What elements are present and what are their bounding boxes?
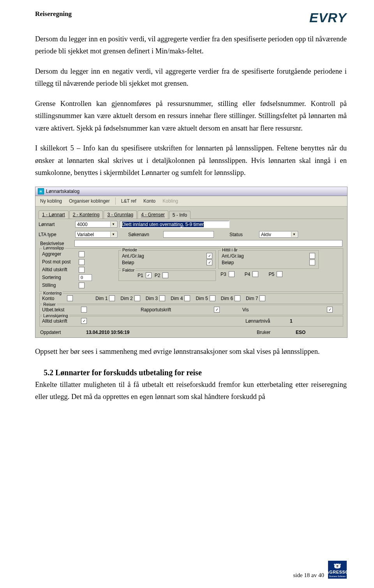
grp-faktor: Faktor P1 P2 [118, 270, 216, 281]
agresso-logo: 🐻‍❄️ AGRESSO Business Software [328, 561, 347, 579]
p4-checkbox[interactable] [252, 271, 258, 277]
doc-header: Reiseregning [35, 10, 72, 18]
grp-lonnsslipp-legend: Lønnsslipp [42, 245, 65, 250]
lta-value: Variabel [77, 232, 94, 237]
lonnart-desc[interactable]: Diett innland uten overnatting, 5-9 time… [120, 221, 229, 228]
sortering-label: Sortering [42, 275, 79, 280]
chevron-down-icon: ▼ [110, 232, 116, 237]
aggreger-checkbox[interactable] [79, 251, 85, 257]
p3-label: P3 [221, 272, 226, 277]
lonnart-desc-text: Diett innland uten overnatting, 5-9 time… [122, 222, 204, 227]
hittil-ant-label: Ant./Gr.lag [222, 253, 253, 259]
periode-belop-checkbox[interactable] [206, 260, 212, 265]
dim6-checkbox[interactable] [235, 295, 240, 301]
tab-kontering[interactable]: 2 - Kontering [69, 210, 103, 219]
dim2-label: Dim 2 [120, 296, 132, 301]
bear-icon: 🐻‍❄️ [333, 562, 341, 570]
dim1-checkbox[interactable] [109, 295, 115, 301]
lonnart-label: Lønnart [39, 222, 73, 227]
grp-hittil: Hittil i år Ant./Gr.lag Beløp [218, 250, 319, 269]
dim3-checkbox[interactable] [159, 295, 165, 301]
utbet-checkbox[interactable] [81, 307, 87, 313]
paragraph-6: Enkelte tillatter muligheten til å få ut… [35, 379, 347, 403]
periode-ant-label: Ant./Gr.lag [122, 253, 153, 259]
chevron-down-icon: ▼ [110, 222, 116, 227]
hittil-belop-checkbox[interactable] [309, 260, 315, 265]
utbet-label: Utbet.tekst [42, 307, 76, 313]
konto-checkbox[interactable] [67, 295, 73, 301]
status-select[interactable]: Aktiv ▼ [259, 231, 298, 238]
p5-checkbox[interactable] [277, 271, 282, 277]
dim7-checkbox[interactable] [259, 295, 265, 301]
alltid-checkbox[interactable] [79, 267, 85, 273]
stilling-label: Stilling [42, 283, 79, 288]
agresso-logo-text: AGRESSO [326, 570, 349, 574]
lk-alltid-label: Alltid utskrift [42, 318, 76, 324]
dim5-label: Dim 5 [196, 296, 208, 301]
hittil-belop-label: Beløp [222, 260, 253, 265]
stilling-checkbox[interactable] [79, 283, 85, 288]
grp-faktor-legend: Faktor [121, 268, 136, 272]
app-icon: R [38, 188, 44, 194]
tb-ltref[interactable]: L&T ref [118, 197, 139, 205]
tb-nykobling[interactable]: Ny kobling [37, 197, 65, 205]
lonnartniva-label: Lønnartnivå [245, 318, 284, 324]
lonnart-select[interactable]: 4000 ▼ [75, 221, 117, 228]
p2-label: P2 [155, 273, 161, 278]
grp-reiser-legend: Reiser [42, 302, 57, 307]
sortering-input[interactable] [79, 274, 92, 281]
tab-grenser[interactable]: 4 - Grenser [138, 210, 168, 219]
p3-checkbox[interactable] [229, 271, 235, 277]
sokenavn-input[interactable] [163, 231, 214, 238]
p1-checkbox[interactable] [146, 272, 152, 278]
dim6-label: Dim 6 [221, 296, 233, 301]
tab-grunnlag[interactable]: 3 - Grunnlag [104, 210, 137, 219]
agresso-logo-sub: Business Software [329, 575, 345, 577]
grp-kontering-legend: Kontering [42, 291, 63, 295]
periode-belop-label: Beløp [122, 260, 153, 265]
grp-lonnsslipp: Lønnsslipp Aggreger Post mot post Alltid… [39, 248, 343, 292]
status-value: Aktiv [261, 232, 271, 237]
dim2-checkbox[interactable] [134, 295, 140, 301]
periode-ant-checkbox[interactable] [206, 253, 212, 259]
lk-alltid-checkbox[interactable] [81, 318, 87, 324]
grp-periode: Periode Ant./Gr.lag Beløp [118, 250, 216, 269]
app-window: R Lønnartskatalog Ny kobling Organiser k… [35, 187, 348, 338]
tb-kobling: Kobling [159, 197, 181, 205]
hittil-ant-checkbox[interactable] [309, 253, 315, 259]
tab-info[interactable]: 5 - Info [169, 211, 191, 219]
grp-periode-legend: Periode [121, 247, 138, 252]
tb-organiser[interactable]: Organiser koblinger [66, 197, 113, 205]
status-label: Status [229, 232, 243, 237]
dim4-label: Dim 4 [171, 296, 183, 301]
postmotpost-label: Post mot post [42, 259, 79, 265]
beskrivelse-input[interactable] [74, 240, 342, 247]
dim3-label: Dim 3 [146, 296, 158, 301]
postmotpost-checkbox[interactable] [79, 259, 85, 265]
vis-label: Vis [242, 307, 249, 313]
paragraph-3: Grense Kontrollen kan gjennomføres på re… [35, 98, 347, 134]
tab-lonnart[interactable]: 1 - Lønnart [39, 210, 69, 219]
konto-label: Konto [42, 296, 62, 301]
alltid-label: Alltid utskrift [42, 267, 79, 272]
rapportutskrift-checkbox[interactable] [214, 307, 220, 313]
dim4-checkbox[interactable] [184, 295, 190, 301]
titlebar: R Lønnartskatalog [35, 187, 347, 196]
p1-label: P1 [138, 273, 143, 278]
dim5-checkbox[interactable] [210, 295, 215, 301]
toolbar-sep [115, 198, 116, 205]
lonnart-value: 4000 [77, 222, 88, 227]
toolbar: Ny kobling Organiser koblinger L&T ref K… [35, 196, 347, 207]
lta-select[interactable]: Variabel ▼ [75, 231, 117, 238]
oppdatert-label: Oppdatert [40, 330, 74, 335]
grp-lonnskjoring: Lønnskjøring Alltid utskrift Lønnartnivå… [39, 316, 343, 327]
grp-hittil-legend: Hittil i år [221, 247, 239, 252]
p2-checkbox[interactable] [162, 272, 168, 278]
grp-lonnskjoring-legend: Lønnskjøring [42, 313, 69, 318]
dim7-label: Dim 7 [246, 296, 258, 301]
vis-checkbox[interactable] [327, 307, 333, 313]
paragraph-5: Oppsett her bør sees i sammenheng med øv… [35, 346, 347, 358]
paragraph-2: Dersom du legger inn en negativ verdi, v… [35, 65, 347, 90]
grp-kontering: Kontering Konto Dim 1 Dim 2 Dim 3 Dim 4 … [39, 293, 343, 304]
tb-konto[interactable]: Konto [140, 197, 159, 205]
